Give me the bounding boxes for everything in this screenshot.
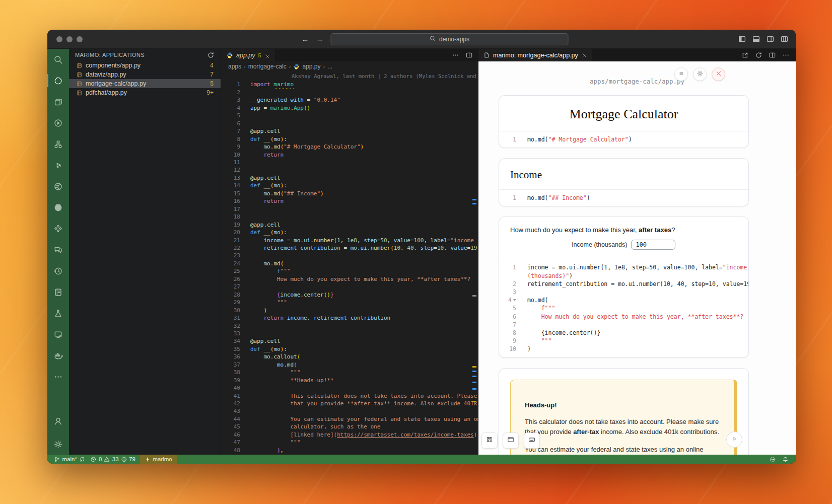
overview-mark bbox=[472, 366, 476, 368]
code-line: 4app = marimo.App() bbox=[221, 104, 478, 112]
activity-notebook-icon[interactable] bbox=[47, 281, 69, 303]
overview-ruler[interactable] bbox=[471, 71, 478, 455]
activity-org-icon[interactable] bbox=[47, 133, 69, 155]
code-line: 48 ), bbox=[221, 447, 478, 454]
reload-icon[interactable] bbox=[755, 51, 762, 59]
activity-diamonds-icon[interactable] bbox=[47, 218, 69, 239]
code-line: 13@app.cell bbox=[221, 174, 478, 182]
toggle-panel-button[interactable] bbox=[752, 35, 760, 43]
cell-code[interactable]: 1income = mo.ui.number(1, 1e8, step=50, … bbox=[499, 259, 748, 357]
toggle-secondary-sidebar-button[interactable] bbox=[766, 35, 775, 43]
code-line: 29 """ bbox=[221, 299, 478, 306]
open-in-browser-button[interactable] bbox=[503, 433, 519, 449]
activity-search-icon[interactable] bbox=[47, 49, 69, 70]
activity-more-icon[interactable] bbox=[47, 366, 69, 387]
command-center-search[interactable]: demo-apps bbox=[331, 33, 569, 45]
app-settings-button[interactable] bbox=[693, 67, 707, 81]
question-text: How much do you expect to make this year… bbox=[499, 217, 748, 236]
warning-callout: Heads-up! This calculator does not take … bbox=[510, 380, 737, 455]
cell-code-line: 1mo.md("## Income") bbox=[499, 194, 748, 202]
sidebar-item-dataviz-app-py[interactable]: dataviz/app.py7 bbox=[69, 70, 221, 79]
fold-chevron-icon[interactable] bbox=[513, 299, 516, 301]
code-line: 15 mo.md("## Income") bbox=[221, 190, 478, 197]
panel-tab-bar: marimo: mortgage-calc/app.py bbox=[478, 49, 796, 61]
warning-icon bbox=[104, 456, 110, 463]
sync-icon bbox=[79, 456, 86, 463]
sidebar-item-label: pdfchat/app.py bbox=[86, 89, 127, 96]
marimo-status-item[interactable]: marimo bbox=[140, 455, 177, 464]
close-icon[interactable] bbox=[264, 52, 270, 58]
shortcuts-button[interactable] bbox=[524, 433, 540, 449]
sidebar-item-components-app-py[interactable]: components/app.py4 bbox=[69, 61, 221, 70]
activity-github-icon[interactable] bbox=[47, 197, 69, 218]
history-back-button[interactable]: ← bbox=[302, 35, 309, 43]
sidebar: MARIMO: APPLICATIONS components/app.py4d… bbox=[69, 49, 221, 455]
split-icon[interactable] bbox=[769, 51, 776, 59]
run-app-button[interactable] bbox=[726, 431, 742, 448]
activity-bar bbox=[47, 49, 69, 455]
open-external-icon[interactable] bbox=[741, 51, 749, 59]
activity-history-icon[interactable] bbox=[47, 260, 69, 281]
vscode-window: ← → demo-apps MARIMO: APPLICATIONS compo… bbox=[47, 30, 796, 464]
cell-code[interactable]: 1mo.md("# Mortgage Calculator") bbox=[499, 131, 748, 148]
activity-settings-icon[interactable] bbox=[47, 434, 69, 455]
feedback-icon[interactable] bbox=[770, 456, 776, 463]
sidebar-item-mortgage-calc-app-py[interactable]: mortgage-calc/app.py5 bbox=[69, 79, 221, 88]
menu-button[interactable] bbox=[674, 67, 688, 81]
panel-actions bbox=[741, 49, 796, 61]
history-forward-button[interactable]: → bbox=[316, 35, 324, 43]
breadcrumb: apps›mortgage-calc›app.py›... bbox=[221, 61, 478, 71]
shutdown-button[interactable] bbox=[712, 67, 725, 81]
zoom-window-button[interactable] bbox=[77, 36, 83, 42]
activity-remote-icon[interactable] bbox=[47, 324, 69, 345]
income-input[interactable] bbox=[631, 240, 675, 250]
cell-code-line: 4mo.md( bbox=[499, 296, 748, 304]
code-line: 36 mo.callout( bbox=[221, 353, 478, 361]
code-line: 47 """ bbox=[221, 439, 478, 446]
activity-terraform-icon[interactable] bbox=[47, 155, 69, 176]
activity-sphere-icon[interactable] bbox=[47, 176, 69, 197]
save-button[interactable] bbox=[481, 433, 498, 449]
split-editor-icon[interactable] bbox=[465, 51, 473, 59]
close-icon[interactable] bbox=[581, 52, 587, 58]
callout-paragraph: This calculator does not take taxes into… bbox=[525, 417, 720, 437]
code-editor[interactable]: Akshay Agrawal, last month | 2 authors (… bbox=[221, 71, 478, 455]
editor-tab-bar: app.py 5 bbox=[221, 49, 478, 61]
cell-code-line: 6 How much do you expect to make this ye… bbox=[499, 313, 748, 321]
activity-pages-icon[interactable] bbox=[47, 91, 69, 112]
activity-beaker-icon[interactable] bbox=[47, 303, 69, 324]
close-window-button[interactable] bbox=[56, 36, 62, 42]
activity-docker-icon[interactable] bbox=[47, 345, 69, 366]
refresh-icon[interactable] bbox=[207, 51, 215, 59]
cell-code[interactable]: 1mo.md("## Income") bbox=[499, 189, 748, 206]
activity-marimo-icon[interactable] bbox=[47, 70, 69, 91]
activity-account-icon[interactable] bbox=[47, 410, 69, 434]
sidebar-header: MARIMO: APPLICATIONS bbox=[69, 49, 221, 61]
breadcrumb-item[interactable]: ... bbox=[327, 63, 332, 70]
activity-run-circle-icon[interactable] bbox=[47, 112, 69, 133]
breadcrumb-item[interactable]: apps bbox=[228, 63, 241, 70]
cell-card-income: Income 1mo.md("## Income") bbox=[499, 158, 749, 206]
more-actions-icon[interactable] bbox=[782, 51, 790, 59]
breadcrumb-item[interactable]: mortgage-calc bbox=[248, 63, 287, 70]
code-line: 49 kind="warn", bbox=[221, 454, 478, 455]
minimize-window-button[interactable] bbox=[66, 36, 73, 42]
app-file-path: apps/mortgage-calc/app.py bbox=[478, 78, 796, 85]
git-branch-item[interactable]: main* bbox=[51, 455, 88, 464]
problems-item[interactable]: 0 33 79 bbox=[88, 455, 138, 464]
bolt-icon bbox=[145, 456, 151, 463]
more-actions-icon[interactable] bbox=[452, 51, 459, 59]
cell-card-title: Mortgage Calculator 1mo.md("# Mortgage C… bbox=[499, 95, 749, 148]
cell-count-badge: 7 bbox=[210, 71, 214, 78]
customize-layout-button[interactable] bbox=[780, 35, 789, 43]
income-input-label: income (thousands) bbox=[572, 241, 628, 248]
bell-icon[interactable] bbox=[782, 456, 789, 463]
traffic-lights bbox=[56, 36, 83, 42]
tab-marimo-preview[interactable]: marimo: mortgage-calc/app.py bbox=[478, 49, 592, 61]
activity-comments-icon[interactable] bbox=[47, 239, 69, 260]
tab-app-py[interactable]: app.py 5 bbox=[221, 49, 276, 61]
sidebar-item-pdfchat-app-py[interactable]: pdfchat/app.py9+ bbox=[69, 88, 221, 97]
toggle-primary-sidebar-button[interactable] bbox=[738, 35, 746, 43]
breadcrumb-item[interactable]: app.py bbox=[302, 63, 320, 70]
title-bar: ← → demo-apps bbox=[47, 30, 796, 49]
